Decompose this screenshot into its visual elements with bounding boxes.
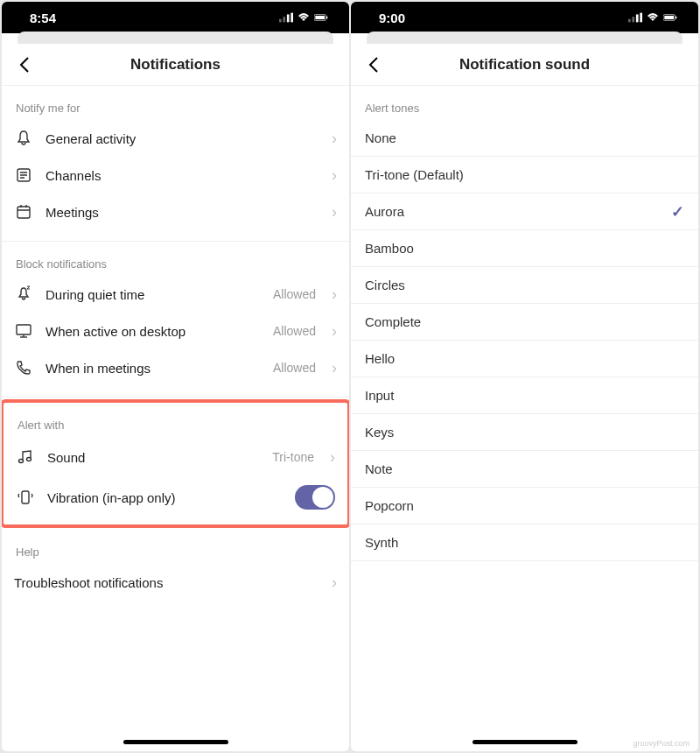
row-sound[interactable]: Sound Tri-tone ›	[4, 437, 347, 477]
svg-rect-24	[640, 13, 642, 23]
tone-label: Synth	[365, 535, 398, 550]
music-icon	[16, 447, 35, 467]
chevron-right-icon: ›	[330, 448, 335, 467]
chevron-right-icon: ›	[332, 166, 337, 185]
tone-label: Popcorn	[365, 498, 414, 513]
cellular-icon	[628, 12, 642, 23]
status-icons	[628, 12, 677, 23]
highlight-box: Alert with Sound Tri-tone › Vibration (i…	[2, 399, 349, 528]
svg-rect-20	[22, 491, 29, 503]
svg-rect-1	[283, 17, 285, 22]
row-value: Allowed	[273, 324, 316, 338]
tone-label: Hello	[365, 351, 395, 366]
chevron-right-icon: ›	[332, 285, 337, 304]
tone-row[interactable]: Aurora✓	[351, 194, 698, 230]
section-header-notify: Notify me for	[2, 86, 349, 120]
row-general-activity[interactable]: General activity ›	[2, 120, 349, 157]
svg-rect-6	[326, 17, 327, 19]
row-quiet-time[interactable]: During quiet time Allowed ›	[2, 276, 349, 313]
cellular-icon	[279, 12, 293, 23]
row-label: Troubleshoot notifications	[14, 575, 319, 590]
tone-row[interactable]: Note	[351, 451, 698, 488]
row-label: When in meetings	[46, 361, 261, 376]
svg-rect-23	[636, 14, 639, 22]
row-label: When active on desktop	[46, 324, 261, 339]
status-time: 9:00	[379, 11, 405, 25]
row-value: Tri-tone	[272, 450, 314, 464]
divider	[2, 397, 349, 398]
chevron-left-icon	[19, 56, 30, 74]
svg-rect-26	[664, 16, 674, 19]
row-channels[interactable]: Channels ›	[2, 157, 349, 194]
background-tab	[367, 32, 682, 44]
bell-icon	[14, 129, 33, 148]
row-label: Meetings	[46, 205, 319, 220]
svg-rect-15	[17, 325, 31, 334]
watermark: groovyPost.com	[633, 739, 690, 748]
page-title: Notifications	[130, 56, 220, 74]
tone-row[interactable]: Synth	[351, 524, 698, 561]
back-button[interactable]	[360, 51, 388, 79]
svg-rect-27	[676, 17, 676, 19]
row-value: Allowed	[273, 361, 316, 375]
row-troubleshoot[interactable]: Troubleshoot notifications ›	[2, 564, 349, 601]
tone-label: Keys	[365, 425, 394, 440]
tone-label: Tri-tone (Default)	[365, 167, 464, 182]
svg-rect-3	[290, 13, 293, 23]
phone-notification-sound: 9:00 Notification sound Alert tones None…	[351, 2, 698, 751]
check-icon: ✓	[671, 202, 684, 222]
battery-icon	[314, 12, 328, 23]
tone-row[interactable]: None	[351, 120, 698, 157]
svg-point-18	[19, 460, 24, 463]
chevron-right-icon: ›	[332, 359, 337, 377]
content: Alert tones NoneTri-tone (Default)Aurora…	[351, 86, 698, 751]
row-in-meetings[interactable]: When in meetings Allowed ›	[2, 349, 349, 386]
title-bar: Notifications	[2, 44, 349, 86]
row-meetings[interactable]: Meetings ›	[2, 194, 349, 230]
svg-rect-0	[279, 19, 282, 23]
row-desktop[interactable]: When active on desktop Allowed ›	[2, 313, 349, 349]
back-button[interactable]	[10, 51, 38, 79]
svg-rect-22	[632, 17, 634, 22]
section-header-tones: Alert tones	[351, 86, 698, 120]
tone-row[interactable]: Hello	[351, 341, 698, 377]
battery-icon	[663, 12, 677, 23]
row-value: Allowed	[273, 287, 316, 301]
home-indicator[interactable]	[123, 740, 228, 744]
desktop-icon	[14, 321, 33, 341]
tone-row[interactable]: Complete	[351, 304, 698, 341]
chevron-right-icon: ›	[332, 203, 337, 222]
tone-label: Note	[365, 461, 393, 476]
chevron-right-icon: ›	[332, 130, 337, 148]
tone-row[interactable]: Bamboo	[351, 230, 698, 267]
row-vibration: Vibration (in-app only)	[4, 477, 347, 517]
tone-row[interactable]: Circles	[351, 267, 698, 304]
status-icons	[279, 12, 328, 23]
title-bar: Notification sound	[351, 44, 698, 86]
page-title: Notification sound	[459, 56, 590, 74]
vibration-toggle[interactable]	[295, 485, 335, 510]
status-time: 8:54	[30, 11, 56, 25]
tone-row[interactable]: Popcorn	[351, 488, 698, 524]
home-indicator[interactable]	[472, 740, 578, 744]
tone-row[interactable]: Input	[351, 377, 698, 414]
tone-label: Circles	[365, 278, 405, 292]
wifi-icon	[297, 12, 311, 23]
tones-list: NoneTri-tone (Default)Aurora✓BambooCircl…	[351, 120, 698, 561]
chevron-left-icon	[368, 56, 379, 74]
tone-row[interactable]: Keys	[351, 414, 698, 451]
row-label: Vibration (in-app only)	[47, 490, 283, 505]
tone-label: None	[365, 130, 396, 145]
content: Notify me for General activity › Channel…	[2, 86, 349, 751]
tone-label: Input	[365, 388, 394, 403]
svg-rect-11	[18, 207, 30, 218]
vibration-icon	[16, 488, 35, 507]
wifi-icon	[646, 12, 660, 23]
phone-icon	[14, 358, 33, 377]
chevron-right-icon: ›	[332, 322, 337, 341]
bell-snooze-icon	[14, 285, 33, 304]
chevron-right-icon: ›	[332, 574, 337, 592]
status-bar: 8:54	[2, 2, 349, 33]
phone-notifications: 8:54 Notifications Notify me for General…	[2, 2, 349, 751]
tone-row[interactable]: Tri-tone (Default)	[351, 157, 698, 194]
